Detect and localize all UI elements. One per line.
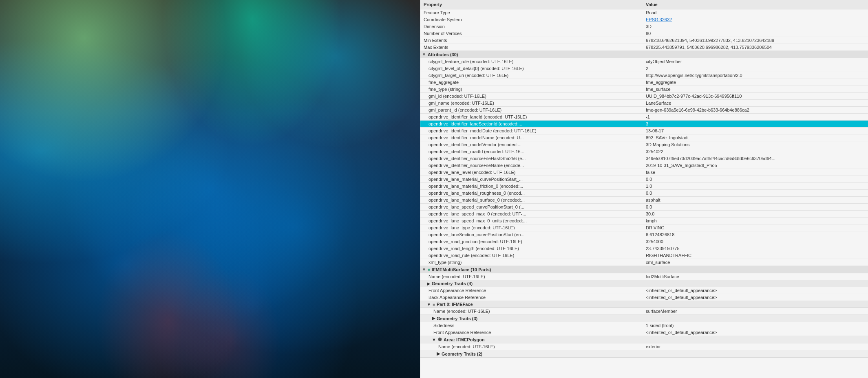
attr-row-7: gml_parent_id (encoded: UTF-16LE)fme-gen… <box>420 107 868 114</box>
attr-row-0: citygml_feature_role (encoded: UTF-16LE)… <box>420 58 868 65</box>
sidedness-row: Sidedness 1-sided (front) <box>420 322 868 329</box>
geom-traits-4-toggle[interactable]: ▶ <box>427 281 430 286</box>
attr-row-18: opendrive_lane_material_friction_0 (enco… <box>420 183 868 190</box>
area-name-row: Name (encoded: UTF-16LE) exterior <box>420 343 868 350</box>
geometry-label: IFMEMultiSurface (10 Parts) <box>432 267 491 272</box>
prop-max-extents: Max Extents 678225.443859791, 5403620.69… <box>420 44 868 51</box>
attr-row-25: opendrive_laneSection_curvePositionStart… <box>420 231 868 238</box>
attr-row-21: opendrive_lane_speed_curvePositionStart_… <box>420 204 868 211</box>
attributes-items: citygml_feature_role (encoded: UTF-16LE)… <box>420 58 868 266</box>
geom-traits-2-header[interactable]: ▶ Geometry Traits (2) <box>420 350 868 358</box>
road-overlay <box>0 0 420 378</box>
attributes-toggle[interactable]: ▼ <box>422 52 426 57</box>
prop-min-extents: Min Extents 678218.6462621394, 5403613.9… <box>420 37 868 44</box>
attr-row-12: opendrive_identifier_modelVendor (encode… <box>420 141 868 148</box>
area-header[interactable]: ▼ ⬟ Area: IFMEPolygon <box>420 336 868 343</box>
geom-traits-2-toggle[interactable]: ▶ <box>437 351 440 356</box>
attr-row-15: opendrive_identifier_sourceFileName (enc… <box>420 162 868 169</box>
attr-row-4: fme_type (string)fme_surface <box>420 86 868 93</box>
attr-row-20: opendrive_lane_material_surface_0 (encod… <box>420 197 868 204</box>
attr-row-29: xml_type (string)xml_surface <box>420 259 868 266</box>
3d-viewport <box>0 0 420 378</box>
property-column-header: Property <box>422 1 644 8</box>
multisurface-icon: ■ <box>428 267 430 272</box>
attr-row-16: opendrive_lane_level (encoded: UTF-16LE)… <box>420 169 868 176</box>
attr-row-27: opendrive_road_length (encoded: UTF-16LE… <box>420 245 868 252</box>
back-appearance-row: Back Appearance Reference <inherited_or_… <box>420 294 868 301</box>
part0-name-row: Name (encoded: UTF-16LE) surfaceMember <box>420 308 868 315</box>
attributes-section-header[interactable]: ▼ Attributes (30) <box>420 51 868 58</box>
geom-traits-4-label: Geometry Traits (4) <box>432 281 473 286</box>
part0-toggle[interactable]: ▼ <box>427 302 431 307</box>
attr-row-13: opendrive_identifier_roadId (encoded: UT… <box>420 148 868 155</box>
attr-row-1: citygml_level_of_detail{0} (encoded: UTF… <box>420 65 868 72</box>
face-icon: ■ <box>433 302 435 307</box>
geom-traits-4-header[interactable]: ▶ Geometry Traits (4) <box>420 280 868 287</box>
panel-header: Property Value <box>420 0 868 9</box>
prop-feature-type: Feature Type Road <box>420 9 868 16</box>
attr-row-26: opendrive_road_junction (encoded: UTF-16… <box>420 238 868 245</box>
geom-name-row: Name (encoded: UTF-16LE) lod2MultiSurfac… <box>420 273 868 280</box>
attributes-label: Attributes (30) <box>428 52 458 57</box>
attr-row-11: opendrive_identifier_modelName (encoded:… <box>420 134 868 141</box>
area-label: Area: IFMEPolygon <box>444 337 485 342</box>
geometry-toggle[interactable]: ▼ <box>422 267 426 272</box>
attr-row-22: opendrive_lane_speed_max_0 (encoded: UTF… <box>420 211 868 218</box>
area-toggle[interactable]: ▼ <box>432 337 436 342</box>
attr-row-19: opendrive_lane_material_roughness_0 (enc… <box>420 190 868 197</box>
attr-row-10: opendrive_identifier_modelDate (encoded:… <box>420 127 868 134</box>
properties-panel: Property Value Feature Type Road Coordin… <box>420 0 868 378</box>
geom-traits-3-header[interactable]: ▶ Geometry Traits (3) <box>420 315 868 322</box>
prop-dimension: Dimension 3D <box>420 23 868 30</box>
attr-row-8: opendrive_identifier_laneId (encoded: UT… <box>420 114 868 121</box>
geometry-section-header[interactable]: ▼ ■ IFMEMultiSurface (10 Parts) <box>420 266 868 273</box>
geom-traits-3-label: Geometry Traits (3) <box>437 316 477 321</box>
attr-row-3: fme_aggregatefme_aggregate <box>420 79 868 86</box>
geom-traits-2-label: Geometry Traits (2) <box>442 352 482 356</box>
attr-row-9: opendrive_identifier_laneSectionId (enco… <box>420 121 868 127</box>
polygon-icon: ⬟ <box>438 337 442 342</box>
value-column-header: Value <box>644 1 866 8</box>
attr-row-24: opendrive_lane_type (encoded: UTF-16LE)D… <box>420 224 868 231</box>
attr-row-5: gml_id (encoded: UTF-16LE)UUID_984bb7c2-… <box>420 93 868 100</box>
part0-label: Part 0: IFMEFace <box>437 302 473 307</box>
prop-vertices: Number of Vertices 80 <box>420 30 868 37</box>
geom-traits-3-toggle[interactable]: ▶ <box>432 316 435 321</box>
attr-row-23: opendrive_lane_speed_max_0_units (encode… <box>420 218 868 224</box>
part0-front-appearance-row: Front Appearance Reference <inherited_or… <box>420 329 868 336</box>
attr-row-6: gml_name (encoded: UTF-16LE)LaneSurface <box>420 100 868 107</box>
attr-row-17: opendrive_lane_material_curvePositionSta… <box>420 176 868 183</box>
attr-row-2: citygml_target_uri (encoded: UTF-16LE)ht… <box>420 72 868 79</box>
prop-coordinate-system: Coordinate System EPSG:32632 <box>420 16 868 23</box>
part0-header[interactable]: ▼ ■ Part 0: IFMEFace <box>420 301 868 308</box>
attr-row-28: opendrive_road_rule (encoded: UTF-16LE)R… <box>420 252 868 259</box>
front-appearance-row: Front Appearance Reference <inherited_or… <box>420 287 868 294</box>
attr-row-14: opendrive_identifier_sourceFileHashSha25… <box>420 155 868 162</box>
